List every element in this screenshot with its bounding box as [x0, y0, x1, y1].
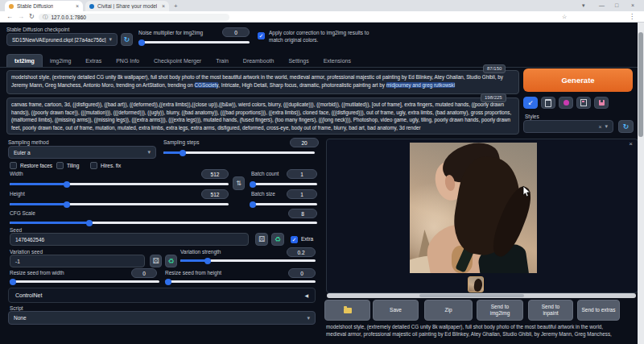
browser-tab-civitai[interactable]: Civitai | Share your models × — [85, 1, 169, 11]
save-button[interactable]: Save — [373, 300, 419, 321]
gallery-thumbnail[interactable] — [468, 276, 484, 292]
forward-icon[interactable]: → — [18, 12, 24, 22]
paste-params-button[interactable]: ↙ — [523, 97, 538, 109]
height-value[interactable]: 512 — [201, 189, 229, 199]
tab-dreambooth[interactable]: Dreambooth — [236, 55, 282, 67]
send-to-extras-button[interactable]: Send to extras — [577, 300, 620, 321]
tab-close-icon[interactable]: × — [71, 3, 79, 9]
slider-thumb[interactable] — [64, 201, 70, 208]
window-close-icon[interactable]: × — [631, 1, 634, 10]
slider-thumb[interactable] — [250, 201, 256, 208]
mouse-cursor — [522, 185, 531, 198]
slider-thumb[interactable] — [64, 181, 70, 188]
cfg-scale-value[interactable]: 8 — [288, 209, 317, 218]
zip-button[interactable]: Zip — [424, 300, 473, 321]
variation-random-seed-button[interactable]: ⚄ — [150, 255, 162, 267]
slider-thumb[interactable] — [180, 150, 186, 156]
noise-multiplier-value[interactable]: 0 — [222, 27, 250, 37]
browser-tab-title: Civitai | Share your models — [97, 3, 157, 9]
variation-seed-input[interactable]: -1 — [10, 255, 145, 267]
width-value[interactable]: 512 — [201, 169, 229, 179]
tab-train[interactable]: Train — [208, 55, 236, 67]
gallery-scrollbar-thumb[interactable] — [419, 294, 524, 297]
batch-size-value[interactable]: 1 — [287, 189, 317, 199]
reuse-seed-button[interactable]: ♻ — [271, 233, 284, 246]
tab-close-icon[interactable]: × — [157, 3, 165, 9]
styles-refresh-button[interactable]: ↻ — [618, 120, 634, 133]
resize-seed-height-value[interactable]: 0 — [288, 268, 316, 278]
browser-tab-stable-diffusion[interactable]: Stable Diffusion × — [5, 1, 83, 11]
cfg-scale-slider[interactable] — [10, 222, 317, 224]
gallery-scrollbar[interactable] — [327, 293, 636, 298]
window-minimize-icon[interactable]: — — [599, 1, 605, 10]
clear-prompt-button[interactable] — [541, 97, 555, 109]
variation-strength-value[interactable]: 0.2 — [287, 247, 316, 257]
tab-extras[interactable]: Extras — [78, 55, 109, 67]
styles-dropdown[interactable]: × ▾ — [523, 120, 613, 133]
script-dropdown[interactable]: None ▾ — [8, 311, 316, 325]
back-icon[interactable]: ← — [6, 12, 13, 22]
apply-style-button[interactable] — [576, 97, 591, 109]
send-to-img2img-button[interactable]: Send to img2img — [477, 300, 523, 321]
resize-seed-width-slider[interactable] — [10, 280, 159, 283]
gallery-close-icon[interactable]: × — [629, 140, 633, 147]
sampling-steps-slider[interactable] — [163, 151, 315, 154]
batch-count-slider[interactable] — [251, 183, 317, 185]
batch-size-slider[interactable] — [251, 203, 317, 205]
new-tab-icon[interactable]: + — [174, 2, 178, 11]
tab-settings[interactable]: Settings — [281, 55, 316, 67]
tab-txt2img[interactable]: txt2img — [6, 54, 43, 67]
reload-icon[interactable]: ↻ — [29, 12, 35, 22]
resize-seed-height-slider[interactable] — [165, 280, 316, 283]
page-scrollbar[interactable] — [638, 23, 644, 344]
extra-networks-button[interactable] — [559, 97, 573, 109]
page-scrollbar-thumb[interactable] — [638, 32, 643, 137]
negative-prompt-text: canvas frame, cartoon, 3d, ((disfigured)… — [11, 102, 511, 131]
checkpoint-refresh-button[interactable]: ↻ — [121, 33, 133, 46]
noise-multiplier-slider[interactable] — [138, 41, 250, 44]
generation-info-text: modelshoot style, (extremely detailed CG… — [326, 323, 621, 338]
generate-button[interactable]: Generate — [523, 68, 633, 92]
tab-extensions[interactable]: Extensions — [316, 55, 358, 67]
slider-thumb[interactable] — [10, 279, 16, 285]
hires-fix-checkbox[interactable] — [90, 162, 97, 169]
seed-extra-checkbox[interactable]: ✓ — [291, 236, 298, 243]
tab-checkpoint-merger[interactable]: Checkpoint Merger — [147, 55, 208, 67]
slider-thumb[interactable] — [165, 279, 171, 285]
checkpoint-dropdown[interactable]: SD15NewVAEpruned.ckpt [27a4ac756c] ▾ — [6, 33, 118, 46]
swap-dimensions-button[interactable]: ⇅ — [233, 176, 245, 190]
color-correction-checkbox[interactable]: ✓ — [258, 32, 265, 39]
sampling-method-dropdown[interactable]: Euler a ▾ — [8, 146, 156, 159]
tiling-checkbox[interactable] — [56, 162, 64, 169]
width-slider[interactable] — [10, 183, 229, 185]
window-chevron-icon[interactable]: ▾ — [582, 1, 585, 10]
save-style-button[interactable] — [594, 97, 609, 109]
variation-strength-slider[interactable] — [180, 259, 316, 262]
restore-faces-checkbox[interactable] — [10, 162, 17, 169]
slider-thumb[interactable] — [250, 181, 256, 188]
generated-image[interactable] — [410, 143, 537, 273]
site-info-icon[interactable]: ⓘ — [43, 14, 48, 21]
slider-thumb[interactable] — [204, 258, 211, 264]
window-maximize-icon[interactable]: □ — [615, 1, 618, 10]
slider-thumb[interactable] — [138, 39, 145, 46]
clear-icon[interactable]: × — [598, 124, 601, 130]
bookmark-star-icon[interactable]: ☆ — [562, 12, 567, 22]
browser-menu-icon[interactable]: ⋮ — [629, 12, 635, 22]
batch-count-value[interactable]: 1 — [287, 169, 317, 179]
sampling-steps-value[interactable]: 20 — [290, 138, 319, 147]
prompt-textarea[interactable]: modelshoot style, (extremely detailed CG… — [6, 70, 519, 94]
resize-seed-width-value[interactable]: 0 — [131, 268, 157, 278]
open-folder-button[interactable] — [324, 300, 370, 321]
variation-reuse-seed-button[interactable]: ♻ — [165, 255, 177, 267]
tab-img2img[interactable]: img2img — [43, 55, 78, 67]
send-to-inpaint-button[interactable]: Send to inpaint — [528, 300, 573, 321]
negative-prompt-textarea[interactable]: canvas frame, cartoon, 3d, ((disfigured)… — [6, 97, 519, 135]
slider-thumb[interactable] — [86, 220, 93, 226]
address-bar[interactable]: ⓘ 127.0.0.1:7860 — [39, 14, 229, 22]
controlnet-accordion[interactable]: ControlNet ◀ — [8, 288, 316, 303]
random-seed-button[interactable]: ⚄ — [255, 233, 268, 246]
height-slider[interactable] — [10, 203, 229, 205]
tab-png-info[interactable]: PNG Info — [109, 55, 147, 67]
seed-input[interactable]: 1476462546 — [10, 233, 249, 246]
